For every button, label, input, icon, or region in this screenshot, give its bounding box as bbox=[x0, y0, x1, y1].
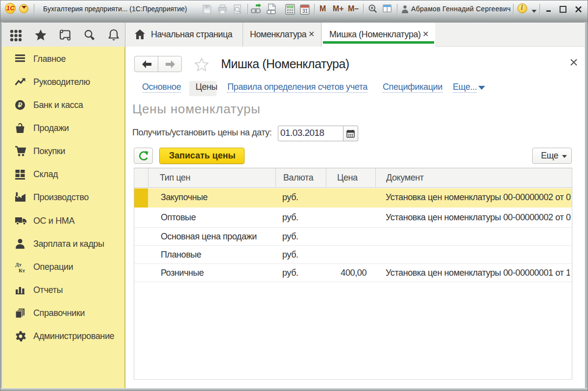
svg-text:₽: ₽ bbox=[18, 101, 22, 109]
svg-text:31: 31 bbox=[302, 8, 308, 14]
svg-text:Кт: Кт bbox=[19, 267, 25, 273]
svg-text:Дт: Дт bbox=[15, 261, 22, 267]
